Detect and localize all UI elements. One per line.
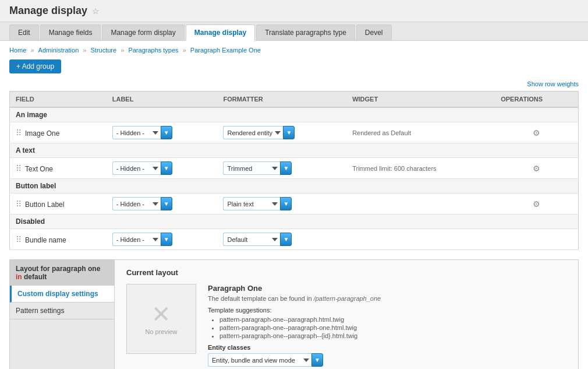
sidebar-item-custom-display[interactable]: Custom display settings xyxy=(10,286,114,303)
tab-edit[interactable]: Edit xyxy=(9,24,39,40)
field-name-cell-2-0: ⠿Button Label xyxy=(10,194,107,215)
label-select[interactable]: - Hidden - xyxy=(112,233,162,246)
layout-sidebar: Layout for paragraph one in default Cust… xyxy=(10,260,115,369)
sidebar-item-pattern-settings[interactable]: Pattern settings xyxy=(10,303,114,319)
field-widget-cell: Trimmed limit: 600 characters xyxy=(346,158,495,179)
field-widget-cell xyxy=(346,194,495,215)
th-operations: OPERATIONS xyxy=(495,92,578,108)
formatter-select[interactable]: Trimmed xyxy=(223,161,281,175)
formatter-select[interactable]: Rendered entity xyxy=(223,126,284,139)
th-label: LABEL xyxy=(107,92,218,108)
field-operations-cell: ⚙ xyxy=(495,122,578,143)
field-operations-cell: ⚙ xyxy=(495,158,578,179)
tab-manage-display[interactable]: Manage display xyxy=(186,24,255,41)
field-name: Bundle name xyxy=(25,236,66,244)
field-name-cell-0-0: ⠿Image One xyxy=(10,122,107,143)
tab-translate-paragraphs[interactable]: Translate paragraphs type xyxy=(256,24,355,40)
label-select[interactable]: - Hidden - xyxy=(112,126,162,139)
group-label-2: Button label xyxy=(10,179,579,194)
show-row-weights-link[interactable]: Show row weights xyxy=(527,80,579,87)
label-dropdown-btn[interactable]: ▼ xyxy=(161,161,172,175)
table-group-row-3: Disabled xyxy=(10,215,579,229)
breadcrumb-item-3[interactable]: Paragraphs types xyxy=(128,47,178,54)
field-widget-cell xyxy=(346,229,495,250)
formatter-dropdown-btn[interactable]: ▼ xyxy=(280,161,292,175)
field-widget-cell: Rendered as Default xyxy=(346,122,495,143)
breadcrumb-item-1[interactable]: Administration xyxy=(38,47,79,54)
group-label-1: A text xyxy=(10,143,579,158)
field-operations-cell xyxy=(495,229,578,250)
drag-handle[interactable]: ⠿ xyxy=(16,164,22,173)
gear-icon[interactable]: ⚙ xyxy=(533,199,540,209)
content-area: Home » Administration » Structure » Para… xyxy=(0,41,588,369)
tab-manage-form-display[interactable]: Manage form display xyxy=(102,24,184,40)
field-name-cell-1-0: ⠿Text One xyxy=(10,158,107,179)
entity-classes-select-group: Entity, bundle and view mode ▼ xyxy=(208,353,323,367)
gear-icon[interactable]: ⚙ xyxy=(533,164,540,173)
formatter-dropdown-btn[interactable]: ▼ xyxy=(283,126,295,139)
page-title: Manage display xyxy=(9,5,87,17)
gear-icon[interactable]: ⚙ xyxy=(533,128,540,138)
field-label-cell: - Hidden - ▼ xyxy=(107,122,218,143)
fields-table: FIELD LABEL FORMATTER WIDGET OPERATIONS … xyxy=(9,91,579,250)
table-row: ⠿Image One - Hidden - ▼ Rendered entity … xyxy=(10,122,579,143)
field-formatter-cell: Default ▼ xyxy=(217,229,346,250)
label-select-group: - Hidden - ▼ xyxy=(112,197,172,210)
formatter-dropdown-btn[interactable]: ▼ xyxy=(280,197,292,210)
field-label-cell: - Hidden - ▼ xyxy=(107,158,218,179)
drag-handle[interactable]: ⠿ xyxy=(16,235,22,244)
label-dropdown-btn[interactable]: ▼ xyxy=(161,233,172,246)
add-group-button[interactable]: + Add group xyxy=(9,59,61,73)
formatter-dropdown-btn[interactable]: ▼ xyxy=(280,233,292,246)
label-select-group: - Hidden - ▼ xyxy=(112,161,172,175)
layout-sidebar-title: Layout for paragraph one in default xyxy=(10,260,114,286)
field-name-cell-3-0: ⠿Bundle name xyxy=(10,229,107,250)
tabs-bar: EditManage fieldsManage form displayMana… xyxy=(0,22,588,41)
breadcrumb: Home » Administration » Structure » Para… xyxy=(9,47,579,54)
table-group-row-1: A text xyxy=(10,143,579,158)
field-formatter-cell: Rendered entity ▼ xyxy=(217,122,346,143)
layout-info: Paragraph One The default template can b… xyxy=(208,284,566,367)
field-label-cell: - Hidden - ▼ xyxy=(107,194,218,215)
page-header: Manage display ☆ xyxy=(0,0,588,22)
label-dropdown-btn[interactable]: ▼ xyxy=(161,126,172,139)
template-item-2: pattern-paragraph-one--paragraph--{id}.h… xyxy=(219,332,566,339)
breadcrumb-item-2[interactable]: Structure xyxy=(91,47,117,54)
th-formatter: FORMATTER xyxy=(217,92,346,108)
sidebar-title-part1: Layout for paragraph one xyxy=(16,265,100,273)
entity-classes-select[interactable]: Entity, bundle and view mode xyxy=(208,353,313,367)
star-icon[interactable]: ☆ xyxy=(92,6,100,16)
label-select-group: - Hidden - ▼ xyxy=(112,126,172,139)
field-formatter-cell: Trimmed ▼ xyxy=(217,158,346,179)
layout-preview-row: ✕ No preview Paragraph One The default t… xyxy=(126,284,566,367)
formatter-select-group: Default ▼ xyxy=(223,233,292,246)
breadcrumb-sep-2: » xyxy=(119,47,126,54)
layout-content: Current layout ✕ No preview Paragraph On… xyxy=(115,260,578,369)
drag-handle[interactable]: ⠿ xyxy=(16,128,22,138)
field-operations-cell: ⚙ xyxy=(495,194,578,215)
template-item-1: pattern-paragraph-one--paragraph-one.htm… xyxy=(219,324,566,331)
breadcrumb-sep-3: » xyxy=(181,47,188,54)
label-dropdown-btn[interactable]: ▼ xyxy=(161,197,172,210)
entity-classes-label: Entity classes xyxy=(208,344,566,351)
field-name: Button Label xyxy=(25,201,64,209)
formatter-select[interactable]: Plain text xyxy=(223,197,281,210)
formatter-select-group: Rendered entity ▼ xyxy=(223,126,295,139)
drag-handle[interactable]: ⠿ xyxy=(16,199,22,209)
tab-manage-fields[interactable]: Manage fields xyxy=(40,24,101,40)
table-group-row-0: An image xyxy=(10,107,579,122)
formatter-select[interactable]: Default xyxy=(223,233,281,246)
entity-classes-dropdown-btn[interactable]: ▼ xyxy=(311,353,323,367)
label-select[interactable]: - Hidden - xyxy=(112,197,162,210)
tab-devel[interactable]: Devel xyxy=(356,24,392,40)
th-widget: WIDGET xyxy=(346,92,495,108)
breadcrumb-sep-1: » xyxy=(81,47,88,54)
table-row: ⠿Text One - Hidden - ▼ Trimmed ▼ Trimmed… xyxy=(10,158,579,179)
group-label-3: Disabled xyxy=(10,215,579,229)
label-select[interactable]: - Hidden - xyxy=(112,161,162,175)
template-suggestions-title: Template suggestions: xyxy=(208,307,566,314)
row-weights-link: Show row weights xyxy=(9,80,579,87)
breadcrumb-item-4[interactable]: Paragraph Example One xyxy=(190,47,261,54)
breadcrumb-item-0[interactable]: Home xyxy=(9,47,26,54)
layout-info-title: Paragraph One xyxy=(208,284,566,293)
